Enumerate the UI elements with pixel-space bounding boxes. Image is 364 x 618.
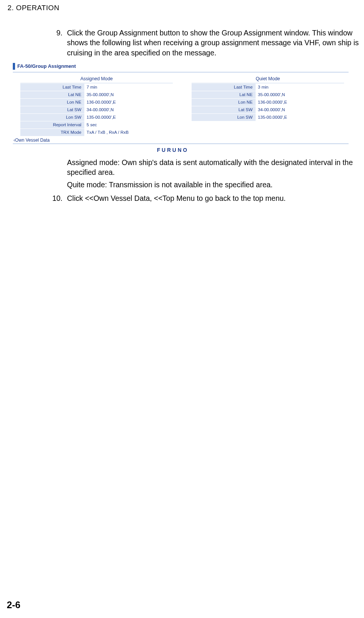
row-value: 5 sec xyxy=(84,121,173,128)
page-number: 2-6 xyxy=(7,600,20,610)
assigned-mode-column: Assigned Mode Last Time 7 min Lat NE 35-… xyxy=(13,75,184,136)
assigned-mode-header: Assigned Mode xyxy=(20,75,173,83)
row-value: 3 min xyxy=(256,84,344,91)
row-label: Lon SW xyxy=(20,114,84,121)
row-value: 135-00.0000',E xyxy=(256,114,344,121)
row-label: Lat SW xyxy=(20,106,84,113)
row-value: 34-00.0000',N xyxy=(256,106,344,113)
table-row: Lon SW 135-00.0000',E xyxy=(192,113,344,121)
row-label: Lat NE xyxy=(20,91,84,98)
step-9: 9. Click the Group Assignment button to … xyxy=(50,28,364,58)
row-value: 34-00.0000',N xyxy=(84,106,173,113)
step-10: 10. Click <<Own Vessel Data, <<Top Menu … xyxy=(50,193,364,203)
bottom-divider xyxy=(13,144,349,144)
row-label: TRX Mode xyxy=(20,129,84,136)
body-area: 9. Click the Group Assignment button to … xyxy=(0,28,364,203)
title-divider xyxy=(13,72,349,72)
furuno-logo: FURUNO xyxy=(0,147,355,153)
row-label: Lat NE xyxy=(192,91,256,98)
row-label: Last Time xyxy=(192,84,256,91)
table-row: Last Time 3 min xyxy=(192,83,344,91)
table-row: Last Time 7 min xyxy=(20,83,173,91)
step-number: 9. xyxy=(50,28,67,58)
group-assignment-screenshot: FA-50/Group Assignment Assigned Mode Las… xyxy=(13,63,355,153)
document-page: 2. OPERATION 9. Click the Group Assignme… xyxy=(0,0,364,618)
row-label: Last Time xyxy=(20,84,84,91)
step-number: 10. xyxy=(50,193,67,203)
window-title-row: FA-50/Group Assignment xyxy=(13,63,355,70)
table-row: Lat NE 35-00.0000',N xyxy=(20,91,173,98)
row-value: 35-00.0000',N xyxy=(256,91,344,98)
table-row: Lat SW 34-00.0000',N xyxy=(192,106,344,113)
table-row: Lat SW 34-00.0000',N xyxy=(20,106,173,113)
quiet-mode-column: Quiet Mode Last Time 3 min Lat NE 35-00.… xyxy=(184,75,355,136)
step-text: Click <<Own Vessel Data, <<Top Menu to g… xyxy=(67,193,364,203)
row-label: Lat SW xyxy=(192,106,256,113)
row-value: 136-00.0000',E xyxy=(84,99,173,106)
row-value: 35-00.0000',N xyxy=(84,91,173,98)
table-row: Lat NE 35-00.0000',N xyxy=(192,91,344,98)
row-label: Report Interval xyxy=(20,121,84,128)
table-row: TRX Mode TxA / TxB , RxA / RxB xyxy=(20,128,173,136)
table-row: Lon NE 136-00.0000',E xyxy=(20,98,173,106)
row-value: 7 min xyxy=(84,84,173,91)
assigned-mode-description: Assigned mode: Own ship's data is sent a… xyxy=(67,158,364,177)
row-value: 135-00.0000',E xyxy=(84,114,173,121)
row-value: 136-00.0000',E xyxy=(256,99,344,106)
window-title: FA-50/Group Assignment xyxy=(17,63,76,69)
tables-container: Assigned Mode Last Time 7 min Lat NE 35-… xyxy=(13,75,355,136)
table-row: Lon SW 135-00.0000',E xyxy=(20,113,173,121)
title-accent-bar xyxy=(13,63,15,70)
row-value: TxA / TxB , RxA / RxB xyxy=(84,129,173,136)
quiet-mode-header: Quiet Mode xyxy=(192,75,344,83)
own-vessel-data-link[interactable]: ‹Own Vessel Data xyxy=(14,138,355,143)
section-header: 2. OPERATION xyxy=(0,4,364,12)
row-label: Lon SW xyxy=(192,114,256,121)
row-label: Lon NE xyxy=(20,99,84,106)
table-row: Lon NE 136-00.0000',E xyxy=(192,98,344,106)
table-row: Report Interval 5 sec xyxy=(20,121,173,128)
step-text: Click the Group Assignment button to sho… xyxy=(67,28,364,58)
quiet-mode-description: Quite mode: Transmission is not availabl… xyxy=(67,180,364,190)
row-label: Lon NE xyxy=(192,99,256,106)
